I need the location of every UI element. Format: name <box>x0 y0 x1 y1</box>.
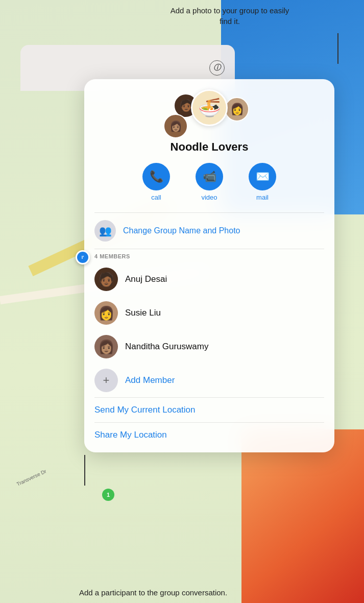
call-icon-circle: 📞 <box>142 163 170 190</box>
member-row-anuj: 🧑🏾 Anuj Desai <box>84 262 334 296</box>
add-member-row[interactable]: + Add Member <box>84 364 334 397</box>
send-location-label: Send My Current Location <box>94 405 196 415</box>
add-member-label: Add Member <box>125 375 175 385</box>
member-name-nanditha: Nanditha Guruswamy <box>125 342 208 352</box>
member-row-susie: 👩 Susie Liu <box>84 296 334 330</box>
member-row-nanditha: 👩🏽 Nanditha Guruswamy <box>84 330 334 364</box>
bottom-annotation: Add a participant to the group conversat… <box>71 587 235 598</box>
group-avatar-main: 🍜 <box>191 89 228 126</box>
change-group-label: Change Group Name and Photo <box>123 226 240 235</box>
call-label: call <box>151 194 161 201</box>
avatar-anuj: 🧑🏾 <box>94 268 118 291</box>
info-icon[interactable]: ⓘ <box>209 60 225 76</box>
annotation-line-top <box>337 33 338 64</box>
action-buttons-row: 📞 call 📹 video ✉️ mail <box>84 163 334 201</box>
video-button[interactable]: 📹 video <box>196 163 223 201</box>
members-header: 4 MEMBERS <box>84 249 334 262</box>
group-name: Noodle Lovers <box>84 140 334 154</box>
location-dot-label: I' <box>82 255 84 260</box>
avatar-susie: 👩 <box>94 301 118 325</box>
video-label: video <box>201 194 217 201</box>
top-annotation: Add a photo to your group to easily find… <box>168 5 291 27</box>
share-location-row[interactable]: Share My Location <box>84 423 334 447</box>
avatar-member-3: 👩🏽 <box>163 114 188 138</box>
send-location-row[interactable]: Send My Current Location <box>84 398 334 422</box>
mail-icon-circle: ✉️ <box>249 163 276 190</box>
group-icon: 👥 <box>94 220 116 242</box>
member-name-anuj: Anuj Desai <box>125 274 167 284</box>
annotation-line-bottom <box>84 455 85 486</box>
member-name-susie: Susie Liu <box>125 308 161 318</box>
avatar-cluster: 🧑🏾 👩 👩🏽 🍜 <box>84 79 334 140</box>
mail-button[interactable]: ✉️ mail <box>249 163 276 201</box>
map-green-marker: 1 <box>102 489 114 501</box>
main-card: 🧑🏾 👩 👩🏽 🍜 Noodle Lovers 📞 call 📹 video ✉… <box>84 79 334 452</box>
video-icon-circle: 📹 <box>196 163 223 190</box>
mail-label: mail <box>256 194 269 201</box>
orange-background <box>241 429 364 603</box>
avatar-member-2: 👩 <box>225 97 249 122</box>
share-location-label: Share My Location <box>94 430 167 440</box>
change-group-row[interactable]: 👥 Change Group Name and Photo <box>84 213 334 249</box>
location-dot: I' <box>76 250 90 264</box>
avatar-nanditha: 👩🏽 <box>94 335 118 358</box>
add-member-icon: + <box>94 369 118 392</box>
call-button[interactable]: 📞 call <box>142 163 170 201</box>
